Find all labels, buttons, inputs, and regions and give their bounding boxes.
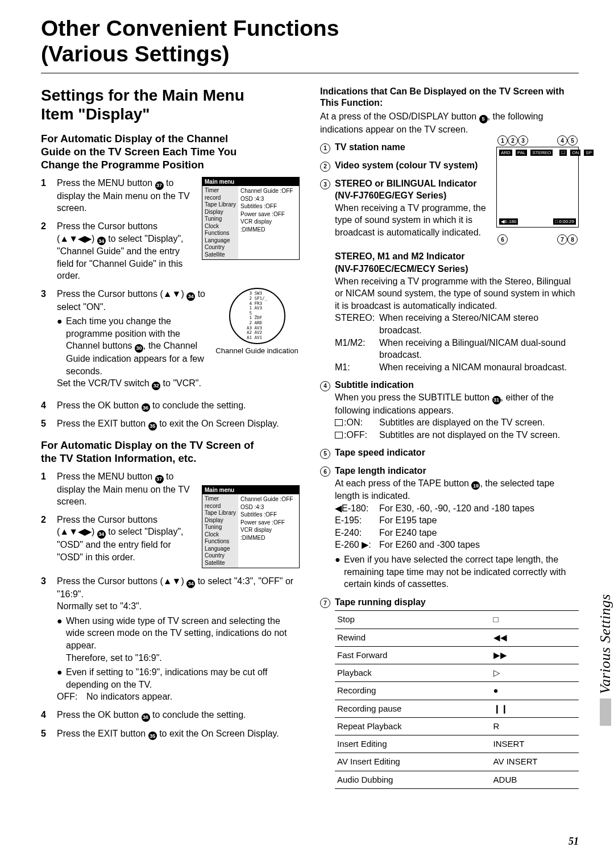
button-ref-35: 35 (148, 422, 157, 431)
subheading-1: For Automatic Display of the Channel Gui… (41, 132, 300, 171)
indicator-6: 6 Tape length indicator At each press of… (320, 465, 579, 590)
page-title-line1: Other Convenient Functions (41, 16, 579, 42)
channel-guide-figure: 3 SW3 2 SF1/_ 4 FR3 1 AV3 5 _ 1 ZDF 2 AR… (214, 288, 300, 355)
table-row: AV Insert EditingAV INSERT (335, 753, 579, 771)
main-menu-box-2: Main menu Timer record Tape Library Disp… (202, 485, 300, 568)
table-row: Rewind◀◀ (335, 629, 579, 646)
step-1-3: 3 Press the Cursor buttons (▲▼) 34 to se… (41, 288, 209, 390)
left-column: Settings for the Main Menu Item "Display… (41, 86, 300, 791)
step-1-1: 1 Press the MENU button 37 to display th… (41, 177, 196, 214)
table-row: Repeat PlaybackR (335, 717, 579, 735)
page-number: 51 (569, 836, 579, 848)
diagram-screen: ARD PAL STEREO ☐ ON SP ◀E-180 □ 0:00:29 (496, 147, 579, 228)
indicator-7: 7 Tape running display Stop□Rewind◀◀Fast… (320, 596, 579, 789)
step-2-1: 1 Press the MENU button 37 to display th… (41, 470, 196, 508)
menu-left-list: Timer record Tape Library Display Tuning… (202, 186, 238, 259)
main-menu-title: Main menu (202, 177, 299, 186)
menu-right-vals: Channel Guide :OFF OSD :4:3 Subtitles :O… (238, 186, 299, 259)
subheading-2: For Automatic Display on the TV Screen o… (41, 439, 300, 465)
button-ref-36: 36 (142, 403, 150, 412)
step-1-5: 5 Press the EXIT button 35 to exit the O… (41, 418, 300, 431)
indicator-1: 1 TV station name (320, 141, 491, 154)
page-title-line2: (Various Settings) (41, 42, 579, 67)
table-row: Fast Forward▶▶ (335, 646, 579, 664)
button-ref-34: 34 (97, 237, 106, 245)
right-heading: Indications that Can Be Displayed on the… (320, 86, 579, 110)
section-heading: Settings for the Main Menu Item "Display… (41, 86, 300, 124)
button-ref-5: 5 (479, 115, 488, 123)
page-title-block: Other Convenient Functions (Various Sett… (41, 16, 579, 73)
main-menu-box-1: Main menu Timer record Tape Library Disp… (202, 177, 300, 260)
h2-line1: Settings for the Main Menu (41, 86, 244, 104)
subtitle-icon (335, 432, 343, 439)
right-column: Indications that Can Be Displayed on the… (320, 86, 579, 791)
h2-line2: Item "Display" (41, 105, 150, 123)
right-lead: At a press of the OSD/DISPLAY button 5, … (320, 110, 579, 135)
side-tab-bar (600, 698, 611, 726)
channel-guide-caption: Channel Guide indication (214, 346, 300, 355)
step-2-2: 2 Press the Cursor buttons (▲▼◀▶) 34 to … (41, 514, 196, 563)
title-rule (41, 73, 579, 73)
step-1-2: 2 Press the Cursor buttons (▲▼◀▶) 34 to … (41, 220, 196, 282)
button-ref-37: 37 (155, 181, 164, 190)
table-row: Insert EditingINSERT (335, 735, 579, 753)
table-row: Stop□ (335, 611, 579, 629)
indicator-5: 5 Tape speed indicator (320, 447, 579, 459)
channel-guide-circle: 3 SW3 2 SF1/_ 4 FR3 1 AV3 5 _ 1 ZDF 2 AR… (229, 288, 285, 344)
indicator-3: 3 STEREO or BILINGUAL Indicator (NV-FJ76… (320, 177, 491, 239)
step-1-4: 4 Press the OK button 36 to conclude the… (41, 399, 300, 412)
button-ref-32: 32 (152, 382, 160, 390)
indicator-2: 2 Video system (colour TV system) (320, 159, 491, 172)
table-row: Audio DubbingADUB (335, 771, 579, 788)
button-ref-30: 30 (135, 344, 143, 353)
tv-screen-diagram: 1 2 3 4 5 ARD PAL STEREO ☐ ON SP (496, 135, 579, 245)
tape-running-table: Stop□Rewind◀◀Fast Forward▶▶Playback▷Reco… (335, 610, 579, 789)
diagram-top-labels: 1 2 3 4 5 (496, 135, 579, 147)
side-tab-label: Various Settings (597, 594, 614, 694)
side-tab: Various Settings (597, 594, 614, 726)
button-ref-31: 31 (492, 396, 501, 404)
step-2-3: 3 Press the Cursor buttons (▲▼) 34 to se… (41, 575, 300, 703)
button-ref-19: 19 (471, 481, 480, 490)
indicator-3b: STEREO, M1 and M2 Indicator (NV-FJ760EC/… (320, 250, 579, 373)
table-row: Recording● (335, 682, 579, 700)
two-column-layout: Settings for the Main Menu Item "Display… (41, 86, 579, 791)
table-row: Recording pause❙❙ (335, 700, 579, 717)
indicator-4: 4 Subtitle indication When you press the… (320, 379, 579, 441)
step-2-5: 5 Press the EXIT button 35 to exit the O… (41, 728, 300, 741)
page: Other Convenient Functions (Various Sett… (0, 0, 614, 868)
table-row: Playback▷ (335, 664, 579, 682)
diagram-bottom-labels: 6 7 8 (496, 228, 579, 245)
step-2-4: 4 Press the OK button 36 to conclude the… (41, 709, 300, 722)
subtitle-icon (335, 419, 343, 426)
